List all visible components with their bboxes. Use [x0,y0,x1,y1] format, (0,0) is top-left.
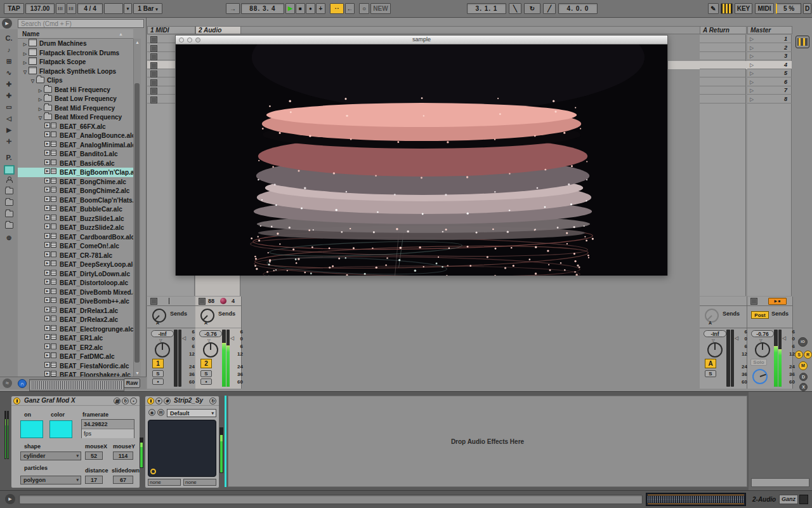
browser-item-beat-divebomb-mixed-alc[interactable]: BEAT_DiveBomb Mixed.alc [18,288,133,297]
master-pan-knob[interactable] [755,342,770,358]
browser-item-beat-buzzslide2-alc[interactable]: BEAT_BuzzSlide2.alc [18,223,133,232]
browser-item-beat-boomclap-n-hats-alc[interactable]: BEAT_BoomClap'n'Hats.alc [18,196,133,205]
track-header-1-midi[interactable]: 1 MIDI [147,26,195,34]
browser-item-drum-machines[interactable]: ▷Drum Machines [18,39,133,48]
raw-button[interactable]: Raw [124,378,140,388]
browser-item-beat-66fx-alc[interactable]: BEAT_66FX.alc [18,122,133,131]
packs-icon[interactable] [0,165,18,176]
master-track-header[interactable]: Master [747,26,792,34]
scene-8[interactable]: ▷8 [747,95,792,104]
scene-play-icon[interactable]: ▷ [750,70,754,76]
browser-item-beat-analogbounce-alc[interactable]: BEAT_AnalogBounce.alc [18,131,133,140]
return-clip-slot-8[interactable] [700,95,746,104]
master-cue-knob[interactable] [752,369,768,384]
ganz-save-icon[interactable]: ▪ [130,398,137,404]
sounds-icon[interactable]: ♪ [0,46,18,53]
window-minimize-icon[interactable] [187,37,192,43]
browser-item-beat-floorshaker-alc[interactable]: BEAT_Floorshaker+.alc [18,370,133,377]
status-device-icon[interactable] [799,495,808,504]
track1-volume-field[interactable]: -Inf [151,330,174,337]
session-record-button[interactable]: ○ [359,3,369,14]
browser-item-beat-mid-frequency[interactable]: ▷Beat Mid Frequency [18,104,133,113]
browser-item-flatpack-synthetik-loops[interactable]: ▽Flatpack Synthetik Loops [18,67,133,76]
strip2-title-bar[interactable]: ▼ ✱ Strip2_Sy ↻ [145,396,219,406]
mixer-toggle-d[interactable]: D [799,373,808,381]
scene-3[interactable]: ▷3 [747,52,792,60]
scene-1[interactable]: ▷1 [747,35,792,43]
browser-item-beat-bandito1-alc[interactable]: BEAT_Bandito1.alc [18,149,133,159]
scrollbar-thumb[interactable] [134,83,140,363]
back-to-arrangement-button[interactable]: ← [345,3,355,14]
user-folder-icon[interactable] [0,199,18,207]
window-zoom-icon[interactable] [195,37,200,43]
audio-effects-icon[interactable]: ✚ [0,80,18,88]
browser-item-flatpack-electronik-drums[interactable]: ▷Flatpack Electronik Drums [18,48,133,58]
ganz-color-toggle[interactable] [49,420,72,438]
nudge-down-button[interactable]: ||| [56,3,65,14]
strip2-device-on-icon[interactable] [147,398,154,404]
browser-item-beat-basic66-alc[interactable]: BEAT_Basic66.alc [18,159,133,168]
browser-item-beat-distortoloop-alc[interactable]: BEAT_Distortoloop.alc [18,278,133,288]
strip2-cycle-icon[interactable]: ↻ [209,398,216,404]
browser-item-beat-bubblecar-alc[interactable]: BEAT_BubbleCar.alc [18,204,133,214]
audio-effects-drop-zone[interactable]: Drop Audio Effects Here [228,396,747,487]
ganz-title-bar[interactable]: Ganz Graf Mod X ▤ ↻ ▪ [11,396,140,406]
browser-item-flatpack-scope[interactable]: ▷Flatpack Scope [18,57,133,67]
loop-start-field[interactable]: 3. 1. 1 [467,3,506,14]
track2-arm-button[interactable]: ● [200,378,212,385]
mixer-toggle-r[interactable]: R [804,351,812,359]
quantization-dropdown-icon[interactable]: ▾ [124,3,132,14]
key-map-button[interactable]: KEY [735,3,752,14]
midi-map-button[interactable]: MIDI [755,3,774,14]
browser-item-beat-fatdmc-alc[interactable]: BEAT_FatDMC.alc [18,352,133,361]
ganz-on-toggle[interactable] [20,420,43,438]
track2-solo-button[interactable]: S [200,370,212,377]
strip2-slot2-field[interactable]: none [183,479,216,486]
browser-item-clips[interactable]: ▽Clips [18,76,133,85]
ganz-particles-dropdown[interactable]: polygon [20,476,81,485]
master-post-button[interactable]: Post [751,311,769,319]
scene-play-icon[interactable]: ▷ [750,62,754,68]
browser-item-beat-mixed-frequency[interactable]: ▽Beat Mixed Frequency [18,112,133,122]
browser-collapse-icon[interactable]: ▶ [2,18,12,29]
user-library-icon[interactable] [0,177,18,184]
clip-stop-icon[interactable] [150,70,157,77]
current-project-icon[interactable] [0,188,18,196]
browser-item-beat-bigboom-n-clap-alc[interactable]: BEAT_BigBoom'n'Clap.alc [18,168,133,177]
master-stop-button[interactable] [750,298,757,305]
mixer-toggle-io[interactable]: IO [798,337,808,347]
browser-item-beat-cr-781-alc[interactable]: BEAT_CR-781.alc [18,251,133,260]
browser-scrollbar[interactable]: ▲ ▼ [133,39,141,377]
track1-solo-button[interactable]: S [152,370,164,377]
track-header-2-audio[interactable]: 2 Audio [195,26,241,34]
browser-item-beat-drrelax2-alc[interactable]: BEAT_DrRelax2.alc [18,315,133,324]
mixer-toggle-x[interactable]: X [799,383,808,391]
ganz-distance-field[interactable]: 17 [85,476,103,484]
return-clip-slot-4[interactable] [700,61,746,69]
ganz-menu-icon[interactable]: ▤ [114,398,121,404]
track1-arm-button[interactable]: ● [152,378,164,385]
browser-item-beat-deepsexyloop-alc[interactable]: BEAT_DeepSexyLoop.alc [18,260,133,269]
empty-track-header-area[interactable] [241,26,700,34]
scene-play-icon[interactable]: ▷ [750,97,754,102]
ganz-mousey-field[interactable]: 114 [113,451,133,460]
ganz-slidedown-field[interactable]: 67 [113,476,133,484]
browser-item-beat-bongchime-alc[interactable]: BEAT_BongChime.alc [18,177,133,187]
punch-out-button[interactable]: ╱ [543,3,556,14]
time-signature-field[interactable]: 4 / 4 [77,3,103,14]
tempo-field[interactable]: 137.00 [25,3,55,14]
clip-stop-icon[interactable] [150,97,157,104]
return-activator-button[interactable]: A [705,359,716,368]
drums-icon[interactable]: ⊞ [0,57,18,65]
scene-4[interactable]: ▷4 [747,61,792,69]
return-clip-slot-3[interactable] [700,52,746,60]
browser-item-beat-cardboardbox-alc[interactable]: BEAT_CardboardBox.alc [18,232,133,242]
strip2-xy-pad[interactable] [148,420,216,477]
master-solo-button[interactable]: Solo [750,359,767,366]
preview-waveform[interactable] [29,379,124,391]
automation-arm-button[interactable]: • • [330,3,344,14]
scene-7[interactable]: ▷7 [747,86,792,95]
strip2-xy-handle[interactable] [150,469,156,474]
browser-item-beat-bongchime2-alc[interactable]: BEAT_BongChime2.alc [18,186,133,196]
return-pan-knob[interactable] [707,342,723,358]
